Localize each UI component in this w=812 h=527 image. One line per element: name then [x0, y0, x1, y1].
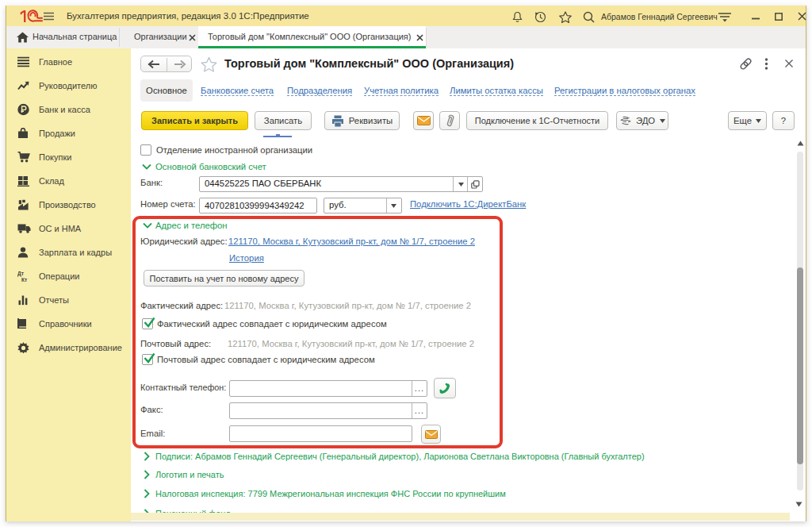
svg-text:Кт: Кт [21, 277, 27, 283]
